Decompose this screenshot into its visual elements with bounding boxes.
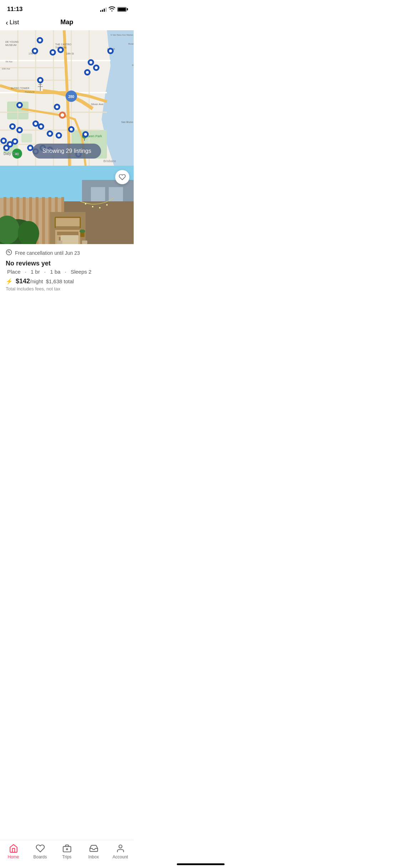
svg-point-70 [61,113,64,117]
property-bathrooms: 1 ba [50,269,60,275]
svg-point-84 [70,128,73,131]
svg-point-60 [89,61,92,64]
svg-point-142 [79,229,85,233]
back-label: List [10,19,19,26]
property-sleeps: Sleeps 2 [71,269,91,275]
svg-point-74 [18,129,21,131]
property-details: Free cancellation until Jun 23 No review… [0,244,134,297]
svg-point-76 [34,122,37,125]
svg-point-92 [14,140,16,143]
favorite-button[interactable] [115,170,129,184]
svg-text:THE CASTRO: THE CASTRO [55,43,72,46]
svg-point-80 [48,132,51,135]
svg-text:Market: Market [127,34,133,36]
property-bedrooms: 1 br [31,269,40,275]
svg-text:Portola Dr: Portola Dr [25,91,35,93]
svg-point-58 [109,50,112,52]
svg-point-82 [57,134,60,137]
svg-text:20th St: 20th St [132,64,134,66]
price-note: Total includes fees, not tax [6,286,128,291]
svg-text:7th Ave: 7th Ave [5,61,13,63]
status-icons [100,6,127,12]
svg-rect-139 [57,241,62,244]
svg-point-66 [18,104,21,107]
svg-point-88 [2,139,5,142]
property-title: No reviews yet [6,260,128,267]
status-time: 11:13 [7,6,22,13]
property-specs: Place · 1 br · 1 ba · Sleeps 2 [6,269,128,275]
svg-point-96 [29,146,32,149]
svg-text:DE YOUNG: DE YOUNG [5,41,19,43]
svg-point-78 [40,125,42,128]
cancellation-info: Free cancellation until Jun 23 [6,249,128,257]
svg-point-94 [5,146,8,149]
svg-text:S Van Ness Ave: S Van Ness Ave [110,34,126,36]
svg-point-86 [84,133,87,136]
svg-rect-138 [61,235,78,244]
svg-point-50 [34,50,36,52]
status-bar: 11:13 [0,0,134,16]
svg-text:Brisbane: Brisbane [103,159,116,163]
lightning-icon: ⚡ [6,278,13,285]
svg-text:280: 280 [68,95,74,99]
svg-point-56 [39,79,42,82]
svg-point-48 [38,39,41,42]
svg-text:Daly City: Daly City [4,152,19,156]
page-title: Map [61,19,73,26]
map-view[interactable]: 280 82 DE YOUNG MUSEUM 17th St 18th St 1… [0,30,134,166]
svg-rect-140 [82,241,87,244]
svg-text:San Bruno Ave: San Bruno Ave [121,121,134,123]
price-total: $1,638 total [46,278,74,284]
svg-point-62 [95,66,98,69]
svg-point-136 [99,207,101,208]
svg-point-52 [51,51,54,54]
wifi-icon [109,6,115,12]
property-image[interactable] [0,166,134,244]
svg-rect-125 [55,226,80,230]
svg-rect-119 [42,197,45,244]
header: ‹ List Map [0,16,134,30]
svg-point-135 [92,206,93,207]
back-chevron-icon: ‹ [6,19,8,26]
property-price: ⚡ $142/night $1,638 total [6,278,128,285]
svg-point-134 [85,203,86,205]
svg-text:MUSEUM: MUSEUM [5,44,16,46]
svg-text:10th Ave: 10th Ave [2,68,10,70]
svg-point-137 [106,204,108,206]
spec-separator-2: · [44,269,46,275]
svg-point-54 [59,48,62,51]
cancellation-text: Free cancellation until Jun 23 [15,250,80,256]
svg-text:SUTRO TOWER: SUTRO TOWER [11,87,29,89]
svg-text:Bryant St: Bryant St [128,43,134,45]
property-type: Place [7,269,21,275]
signal-icon [100,7,107,12]
svg-point-72 [11,125,14,128]
svg-point-90 [9,143,11,146]
svg-rect-126 [57,232,78,235]
battery-icon [117,7,127,12]
price-per-night: $142/night [16,278,43,285]
svg-point-64 [86,71,89,74]
listing-count-badge: Showing 29 listings [32,144,101,159]
svg-text:Silver Ave: Silver Ave [91,103,104,106]
svg-point-68 [56,105,58,108]
back-button[interactable]: ‹ List [6,19,19,26]
cancellation-icon [6,249,12,257]
svg-text:18th St: 18th St [66,52,74,55]
spec-separator-1: · [25,269,26,275]
svg-rect-4 [21,134,32,143]
spec-separator-3: · [65,269,66,275]
